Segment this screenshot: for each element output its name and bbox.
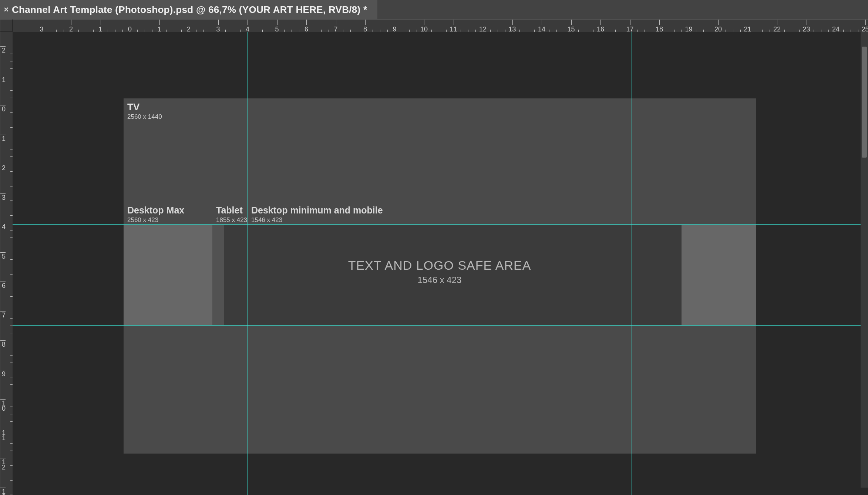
guide-horizontal[interactable] <box>13 224 868 225</box>
guide-horizontal[interactable] <box>13 325 868 326</box>
zone-safe-title: TEXT AND LOGO SAFE AREA <box>248 258 632 273</box>
label-tablet: Tablet 1855 x 423 <box>216 206 247 224</box>
label-desktop-min: Desktop minimum and mobile 1546 x 423 <box>251 206 383 224</box>
zone-desktop-max-right <box>682 225 756 325</box>
zone-safe-area: TEXT AND LOGO SAFE AREA 1546 x 423 <box>248 225 632 325</box>
document-title: Channel Art Template (Photoshop).psd @ 6… <box>12 4 367 16</box>
zone-tv-title: TV <box>127 102 162 112</box>
vertical-ruler[interactable]: 2101234567891 01 11 21 31 4 <box>0 32 13 495</box>
zone-tablet-left <box>212 225 248 325</box>
label-desktop-min-dim: 1546 x 423 <box>251 216 383 224</box>
guide-vertical[interactable] <box>632 32 632 495</box>
label-tablet-title: Tablet <box>216 206 247 215</box>
vertical-scrollbar[interactable] <box>861 32 868 488</box>
zone-safe-dim: 1546 x 423 <box>248 275 632 285</box>
zone-tv-dim: 2560 x 1440 <box>127 113 162 121</box>
zone-tablet-right <box>632 225 682 325</box>
scrollbar-thumb[interactable] <box>862 47 867 158</box>
guide-vertical[interactable] <box>248 32 248 495</box>
ruler-origin-box[interactable] <box>0 19 13 32</box>
horizontal-ruler[interactable]: 3210123456789101112131415161718192021222… <box>13 19 868 33</box>
zone-desktop-max-left <box>124 225 224 325</box>
canvas-viewport[interactable]: TV 2560 x 1440 Desktop Max 2560 x 423 Ta… <box>13 32 868 495</box>
label-tablet-dim: 1855 x 423 <box>216 216 247 224</box>
label-desktop-max-title: Desktop Max <box>127 206 184 215</box>
label-desktop-max: Desktop Max 2560 x 423 <box>127 206 184 224</box>
close-icon[interactable]: × <box>3 6 10 13</box>
label-desktop-max-dim: 2560 x 423 <box>127 216 184 224</box>
label-desktop-min-title: Desktop minimum and mobile <box>251 206 383 215</box>
document-tab[interactable]: × Channel Art Template (Photoshop).psd @… <box>0 0 377 19</box>
tab-bar: × Channel Art Template (Photoshop).psd @… <box>0 0 868 19</box>
